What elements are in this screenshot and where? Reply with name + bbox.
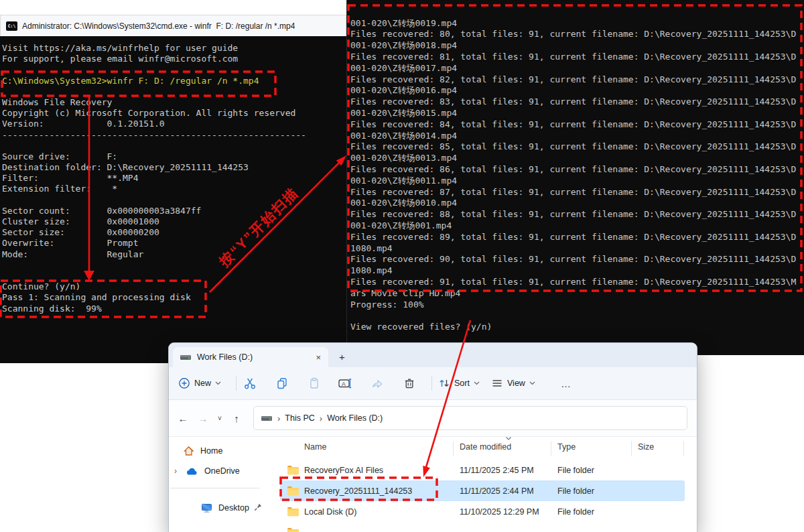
sort-icon bbox=[438, 377, 450, 389]
cmd-output-line bbox=[2, 64, 346, 75]
file-name: Local Disk (D) bbox=[304, 507, 357, 517]
sidebar-item-onedrive[interactable]: › OneDrive bbox=[169, 461, 269, 481]
cmd-output-line bbox=[2, 86, 346, 97]
view-list-icon bbox=[491, 377, 503, 389]
file-explorer-window: Work Files (D:) × + New A bbox=[169, 343, 697, 532]
expander-chevron-icon[interactable]: › bbox=[174, 466, 177, 476]
recovery-output-line: Files recovered: 83, total files: 91, cu… bbox=[350, 96, 804, 108]
column-header-type[interactable]: Type bbox=[557, 442, 576, 452]
cmd-output-line bbox=[2, 271, 346, 281]
file-date-modified: 11/11/2025 2:45 PM bbox=[460, 466, 534, 475]
recovery-output-line: 001-020\Z转场0011.mp4 bbox=[350, 176, 804, 187]
cut-icon bbox=[243, 377, 257, 390]
winfr-recovery-output-panel[interactable]: 001-020\Z转场0019.mp4Files recovered: 80, … bbox=[346, 0, 804, 355]
more-options-button[interactable]: … bbox=[561, 367, 572, 399]
sidebar-item-home[interactable]: Home bbox=[169, 441, 269, 461]
sidebar-item-desktop[interactable]: Desktop bbox=[169, 498, 269, 518]
drive-icon bbox=[180, 352, 192, 362]
recent-locations-button[interactable]: ˅ bbox=[213, 415, 226, 422]
recovery-output-line: 1080.mp4 bbox=[350, 265, 804, 277]
recovery-output-line: Files recovered: 80, total files: 91, cu… bbox=[350, 29, 804, 40]
sort-button[interactable]: Sort bbox=[438, 367, 480, 399]
up-button[interactable]: ↑ bbox=[226, 413, 247, 424]
cmd-icon: C:\ bbox=[6, 21, 17, 31]
recovery-output-line: ars Movie Clip HD.mp4 bbox=[350, 288, 804, 300]
breadcrumb-chevron: › bbox=[277, 413, 280, 423]
file-name: Recovery_20251111_144253 bbox=[304, 486, 412, 496]
folder-icon bbox=[287, 486, 299, 498]
chevron-down-icon bbox=[474, 381, 480, 385]
cut-button[interactable] bbox=[243, 367, 257, 399]
recovery-output-line: Progress: 100% bbox=[350, 300, 804, 311]
file-row[interactable]: RecoveryFox AI Files 11/11/2025 2:45 PM … bbox=[280, 460, 685, 480]
new-tab-button[interactable]: + bbox=[339, 352, 345, 362]
cmd-output-line: Sector count: 0x000000003a3847ff bbox=[2, 206, 346, 216]
file-type: File folder bbox=[557, 466, 594, 475]
cmd-window: C:\ Administrator: C:\Windows\System32\c… bbox=[0, 15, 346, 363]
cmd-output-line: Version: 0.1.20151.0 bbox=[2, 119, 346, 129]
cmd-output-line: Copyright (c) Microsoft Corporation. All… bbox=[2, 108, 346, 119]
copy-button[interactable] bbox=[275, 367, 289, 399]
sort-ascending-caret-icon bbox=[505, 436, 512, 441]
column-header-name[interactable]: Name bbox=[304, 442, 326, 452]
explorer-tab-work-files[interactable]: Work Files (D:) × bbox=[173, 347, 328, 367]
view-button-label: View bbox=[507, 379, 525, 388]
share-button[interactable] bbox=[371, 367, 384, 399]
paste-button[interactable] bbox=[308, 367, 321, 399]
pin-icon bbox=[253, 503, 263, 514]
view-button[interactable]: View bbox=[491, 367, 535, 399]
delete-button[interactable] bbox=[403, 367, 416, 399]
explorer-address-row: ← → ˅ ↑ › This PC › Work Files (D:) bbox=[169, 400, 697, 437]
copy-icon bbox=[275, 377, 289, 390]
rename-button[interactable]: A bbox=[338, 367, 352, 399]
screenshot-stage: C:\ Administrator: C:\Windows\System32\c… bbox=[0, 0, 804, 532]
cmd-output-line: For support, please email winfr@microsof… bbox=[2, 54, 346, 64]
cmd-output-line bbox=[2, 195, 346, 206]
ellipsis-icon: … bbox=[561, 378, 572, 389]
file-row-selected[interactable]: Recovery_20251111_144253 11/11/2025 2:44… bbox=[280, 480, 685, 501]
breadcrumb-this-pc[interactable]: This PC bbox=[285, 413, 314, 423]
recovery-output-line: Files recovered: 85, total files: 91, cu… bbox=[350, 141, 804, 153]
cmd-output-line: Continue? (y/n) bbox=[2, 281, 346, 292]
folder-icon bbox=[287, 507, 299, 519]
recovery-output-line: 001-020\Z转场0017.mp4 bbox=[350, 63, 804, 74]
forward-button[interactable]: → bbox=[193, 413, 213, 424]
cmd-output-line: ----------------------------------------… bbox=[2, 130, 346, 141]
cmd-window-title: Administrator: C:\Windows\System32\cmd.e… bbox=[22, 21, 295, 31]
cmd-command-line: C:\Windows\System32>winfr F: D: /regular… bbox=[2, 76, 346, 86]
paste-icon bbox=[308, 377, 321, 390]
back-button[interactable]: ← bbox=[173, 413, 193, 424]
cmd-output-line: Overwrite: Prompt bbox=[2, 238, 346, 249]
svg-text:A: A bbox=[342, 381, 346, 387]
explorer-content: Home › OneDrive Desktop Name bbox=[169, 437, 697, 532]
tab-close-icon[interactable]: × bbox=[314, 352, 323, 362]
sidebar-label: Home bbox=[200, 446, 222, 456]
drive-icon bbox=[261, 413, 273, 423]
file-row-partial[interactable] bbox=[280, 522, 685, 532]
toolbar-divider bbox=[236, 376, 237, 391]
cmd-output-line: Windows File Recovery bbox=[2, 97, 346, 108]
column-header-size[interactable]: Size bbox=[638, 442, 654, 452]
column-separator bbox=[453, 441, 454, 456]
explorer-tab-bar: Work Files (D:) × + bbox=[169, 343, 697, 367]
folder-icon bbox=[287, 527, 299, 532]
column-separator bbox=[683, 441, 684, 456]
tab-title: Work Files (D:) bbox=[197, 352, 308, 362]
home-icon bbox=[183, 446, 194, 456]
cmd-output-line bbox=[2, 141, 346, 151]
file-row[interactable]: Local Disk (D) 11/10/2025 12:29 PM File … bbox=[280, 501, 685, 522]
recovery-output-line: 1080.mp4 bbox=[350, 243, 804, 255]
chevron-down-icon bbox=[215, 381, 221, 385]
recovery-output-line: 001-020\Z转场0016.mp4 bbox=[350, 85, 804, 96]
explorer-toolbar: New A Sor bbox=[169, 367, 697, 400]
file-date-modified: 11/10/2025 12:29 PM bbox=[460, 507, 539, 517]
cmd-terminal-output[interactable]: Visit https://aka.ms/winfrhelp for user … bbox=[0, 36, 346, 363]
recovery-output-line bbox=[350, 310, 804, 322]
address-bar[interactable]: › This PC › Work Files (D:) bbox=[253, 406, 687, 430]
column-header-date-modified[interactable]: Date modified bbox=[460, 442, 511, 452]
explorer-sidebar: Home › OneDrive Desktop bbox=[169, 437, 269, 532]
breadcrumb-work-files[interactable]: Work Files (D:) bbox=[327, 413, 383, 423]
new-button[interactable]: New bbox=[178, 367, 221, 399]
sidebar-label: OneDrive bbox=[204, 466, 240, 476]
cmd-titlebar: C:\ Administrator: C:\Windows\System32\c… bbox=[0, 15, 346, 36]
